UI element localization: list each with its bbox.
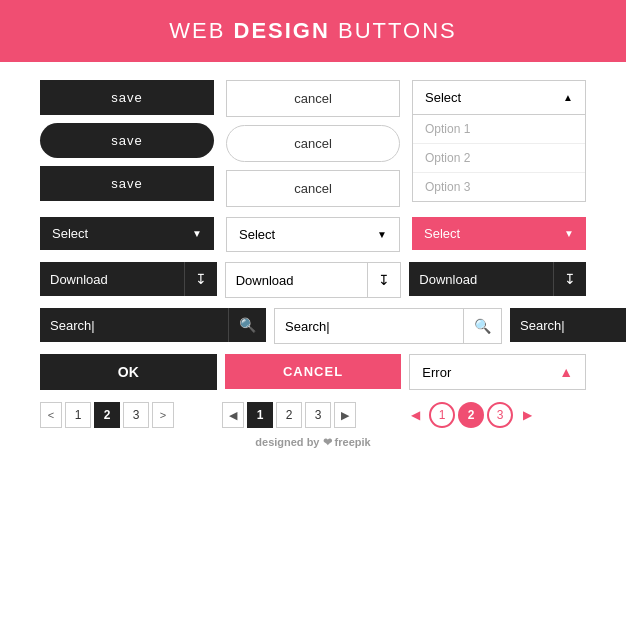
select-dark-button[interactable]: Select ▼ bbox=[40, 217, 214, 250]
col-search-dark: 🔍 bbox=[40, 308, 266, 344]
download-outline-button[interactable]: Download ↧ bbox=[225, 262, 402, 298]
save-button-2[interactable]: save bbox=[40, 123, 214, 158]
cancel-button-2[interactable]: cancel bbox=[226, 125, 400, 162]
page-next-outline[interactable]: > bbox=[152, 402, 174, 428]
header-title: WEB DESIGN BUTTONS bbox=[0, 18, 626, 44]
page-prev-pink[interactable]: ◀ bbox=[404, 402, 426, 428]
footer-brand: ❤ freepik bbox=[323, 436, 371, 448]
page-prev-outline[interactable]: < bbox=[40, 402, 62, 428]
error-warning-icon: ▲ bbox=[559, 364, 573, 380]
search-dark-icon: 🔍 bbox=[228, 308, 266, 342]
dropdown-trigger[interactable]: Select ▲ bbox=[412, 80, 586, 115]
download-dark2-label: Download bbox=[409, 263, 553, 296]
search-outline-input[interactable] bbox=[275, 310, 463, 343]
page-3-outline[interactable]: 3 bbox=[123, 402, 149, 428]
col-select-pink: Select ▼ bbox=[412, 217, 586, 252]
col-save-1: save save save bbox=[40, 80, 214, 201]
error-button[interactable]: Error ▲ bbox=[409, 354, 586, 390]
page-2-outline-active[interactable]: 2 bbox=[94, 402, 120, 428]
dropdown-menu: Option 1 Option 2 Option 3 bbox=[412, 115, 586, 202]
cancel-pink-button[interactable]: CANCEL bbox=[225, 354, 402, 389]
col-select-dropdown: Select ▲ Option 1 Option 2 Option 3 bbox=[412, 80, 586, 115]
dropdown-option-1[interactable]: Option 1 bbox=[413, 115, 585, 144]
select-outline-arrow-icon: ▼ bbox=[377, 229, 387, 240]
search-dark-box: 🔍 bbox=[40, 308, 266, 342]
download-dark-label: Download bbox=[40, 263, 184, 296]
search-dark2-box: 🔍 bbox=[510, 308, 626, 342]
col-select-outline: Select ▼ bbox=[226, 217, 400, 252]
main-content: save save save cancel cancel cancel Sele… bbox=[0, 62, 626, 459]
page-2-dark[interactable]: 2 bbox=[276, 402, 302, 428]
row-search: 🔍 🔍 🔍 bbox=[40, 308, 586, 344]
row-selects: Select ▼ Select ▼ Select ▼ bbox=[40, 217, 586, 252]
search-outline-box: 🔍 bbox=[274, 308, 502, 344]
row-pagination: < 1 2 3 > ◀ 1 2 3 ▶ ◀ 1 2 3 ▶ bbox=[40, 402, 586, 428]
dropdown-label: Select bbox=[425, 90, 461, 105]
page-3-dark[interactable]: 3 bbox=[305, 402, 331, 428]
page-3-pink[interactable]: 3 bbox=[487, 402, 513, 428]
dropdown-arrow-up-icon: ▲ bbox=[563, 92, 573, 103]
row-1: save save save cancel cancel cancel Sele… bbox=[40, 80, 586, 207]
col-select-dark: Select ▼ bbox=[40, 217, 214, 252]
dropdown-option-2[interactable]: Option 2 bbox=[413, 144, 585, 173]
col-ok: OK bbox=[40, 354, 217, 390]
col-download-dark2: Download ↧ bbox=[409, 262, 586, 298]
download-dark2-button[interactable]: Download ↧ bbox=[409, 262, 586, 296]
download-dark-icon: ↧ bbox=[184, 262, 217, 296]
dropdown-option-3[interactable]: Option 3 bbox=[413, 173, 585, 201]
pagination-outline: < 1 2 3 > bbox=[40, 402, 222, 428]
col-cancel-pink: CANCEL bbox=[225, 354, 402, 390]
page-header: WEB DESIGN BUTTONS bbox=[0, 0, 626, 62]
row-download: Download ↧ Download ↧ Download ↧ bbox=[40, 262, 586, 298]
footer: designed by ❤ freepik bbox=[40, 436, 586, 449]
select-outline-button[interactable]: Select ▼ bbox=[226, 217, 400, 252]
ok-button[interactable]: OK bbox=[40, 354, 217, 390]
col-search-dark2: 🔍 bbox=[510, 308, 626, 344]
dropdown-open: Select ▲ Option 1 Option 2 Option 3 bbox=[412, 80, 586, 115]
page-1-dark-active[interactable]: 1 bbox=[247, 402, 273, 428]
error-label: Error bbox=[422, 365, 451, 380]
download-dark2-icon: ↧ bbox=[553, 262, 586, 296]
page-next-pink[interactable]: ▶ bbox=[516, 402, 538, 428]
pagination-pink: ◀ 1 2 3 ▶ bbox=[404, 402, 586, 428]
footer-designed: designed by bbox=[255, 436, 319, 448]
pagination-dark: ◀ 1 2 3 ▶ bbox=[222, 402, 404, 428]
page-prev-dark[interactable]: ◀ bbox=[222, 402, 244, 428]
page-1-outline[interactable]: 1 bbox=[65, 402, 91, 428]
search-dark-input[interactable] bbox=[40, 309, 228, 342]
col-cancel-1: cancel cancel cancel bbox=[226, 80, 400, 207]
header-post: BUTTONS bbox=[330, 18, 457, 43]
select-pink-label: Select bbox=[424, 226, 460, 241]
header-pre: WEB bbox=[169, 18, 233, 43]
page-next-dark[interactable]: ▶ bbox=[334, 402, 356, 428]
row-actions: OK CANCEL Error ▲ bbox=[40, 354, 586, 390]
page-2-pink-active[interactable]: 2 bbox=[458, 402, 484, 428]
col-download-outline: Download ↧ bbox=[225, 262, 402, 298]
search-outline-icon: 🔍 bbox=[463, 309, 501, 343]
save-button-3[interactable]: save bbox=[40, 166, 214, 201]
select-dark-arrow-icon: ▼ bbox=[192, 228, 202, 239]
header-bold: DESIGN bbox=[234, 18, 330, 43]
download-outline-label: Download bbox=[226, 264, 368, 297]
select-outline-label: Select bbox=[239, 227, 275, 242]
col-error: Error ▲ bbox=[409, 354, 586, 390]
select-pink-arrow-icon: ▼ bbox=[564, 228, 574, 239]
cancel-button-1[interactable]: cancel bbox=[226, 80, 400, 117]
col-search-outline: 🔍 bbox=[274, 308, 502, 344]
col-download-dark: Download ↧ bbox=[40, 262, 217, 298]
page-1-pink[interactable]: 1 bbox=[429, 402, 455, 428]
cancel-button-3[interactable]: cancel bbox=[226, 170, 400, 207]
download-outline-icon: ↧ bbox=[367, 263, 400, 297]
select-pink-button[interactable]: Select ▼ bbox=[412, 217, 586, 250]
download-dark-button[interactable]: Download ↧ bbox=[40, 262, 217, 296]
search-dark2-input[interactable] bbox=[510, 309, 626, 342]
save-button-1[interactable]: save bbox=[40, 80, 214, 115]
select-dark-label: Select bbox=[52, 226, 88, 241]
